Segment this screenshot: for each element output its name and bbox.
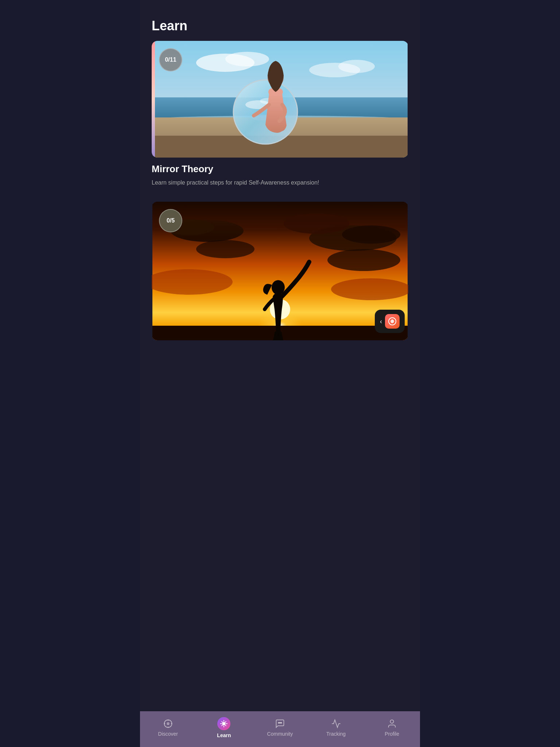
progress-text-1: 0/11 [165, 57, 176, 63]
floating-panel-app-icon [385, 314, 400, 329]
beach-scene-svg [152, 41, 408, 158]
svg-point-2 [225, 52, 269, 66]
course-card-2[interactable]: 0/5 ‹ [152, 202, 408, 340]
page-container: Learn [140, 0, 420, 747]
nav-label-community: Community [267, 731, 293, 737]
course-card-mirror-theory[interactable]: 0/11 Mirror Theory Learn simple practica… [152, 41, 408, 187]
learn-active-icon [217, 717, 230, 730]
svg-point-4 [338, 60, 375, 73]
nav-item-tracking[interactable]: Tracking [308, 719, 364, 737]
svg-point-29 [331, 278, 408, 300]
svg-point-34 [164, 720, 172, 728]
svg-point-26 [196, 240, 254, 258]
discover-icon [163, 719, 173, 729]
bottom-nav: Discover Learn Community [140, 711, 420, 747]
svg-point-24 [342, 225, 400, 244]
svg-point-41 [278, 723, 279, 723]
nav-item-learn[interactable]: Learn [196, 717, 252, 738]
content-area: 0/11 Mirror Theory Learn simple practica… [140, 41, 420, 340]
profile-icon [387, 719, 397, 729]
course-image-1: 0/11 [152, 41, 408, 158]
app-logo-icon [388, 317, 397, 326]
sunset-scene-svg [152, 202, 408, 340]
svg-point-44 [390, 720, 394, 723]
floating-panel-chevron-icon[interactable]: ‹ [380, 318, 382, 325]
floating-panel[interactable]: ‹ [375, 310, 405, 333]
svg-point-40 [223, 722, 225, 725]
accent-bar [152, 41, 154, 158]
svg-point-42 [280, 723, 280, 723]
learn-icon [220, 720, 228, 728]
svg-point-43 [281, 723, 281, 723]
tracking-icon [331, 719, 341, 729]
course-image-2: 0/5 ‹ [152, 202, 408, 340]
svg-point-27 [327, 249, 400, 271]
progress-text-2: 0/5 [167, 217, 175, 224]
nav-item-profile[interactable]: Profile [364, 719, 420, 737]
nav-label-tracking: Tracking [326, 731, 346, 737]
nav-label-profile: Profile [385, 731, 399, 737]
nav-item-community[interactable]: Community [252, 719, 308, 737]
svg-point-25 [284, 213, 349, 234]
page-title: Learn [152, 18, 408, 34]
course-desc-1: Learn simple practical steps for rapid S… [152, 178, 408, 187]
svg-point-35 [167, 723, 169, 725]
nav-label-discover: Discover [158, 731, 178, 737]
progress-badge-2: 0/5 [159, 209, 182, 232]
progress-badge-1: 0/11 [159, 48, 182, 71]
header: Learn [140, 0, 420, 41]
nav-item-discover[interactable]: Discover [140, 719, 196, 737]
nav-label-learn: Learn [217, 732, 231, 738]
course-title-1: Mirror Theory [152, 163, 408, 175]
community-icon [275, 719, 285, 729]
